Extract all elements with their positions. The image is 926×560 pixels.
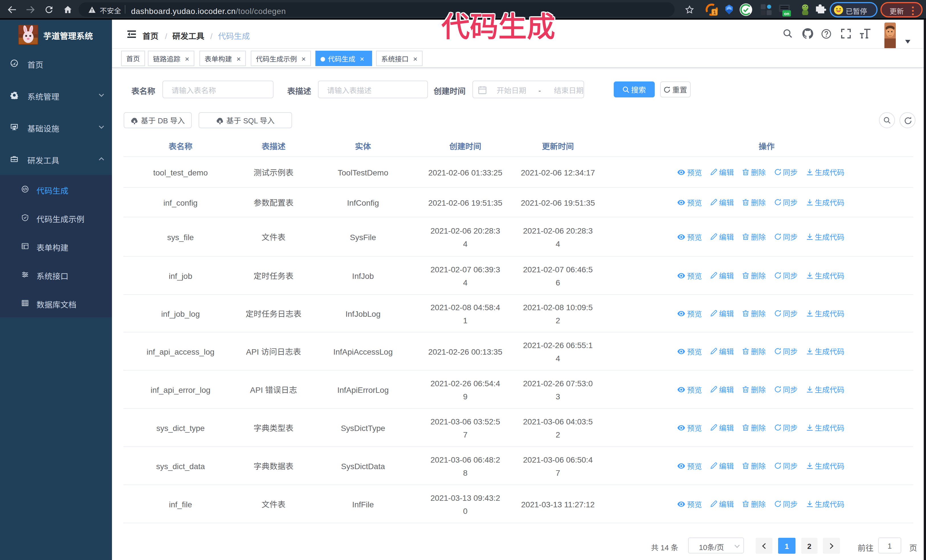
svg-text:on: on xyxy=(784,10,789,16)
svg-text:1: 1 xyxy=(713,8,716,16)
